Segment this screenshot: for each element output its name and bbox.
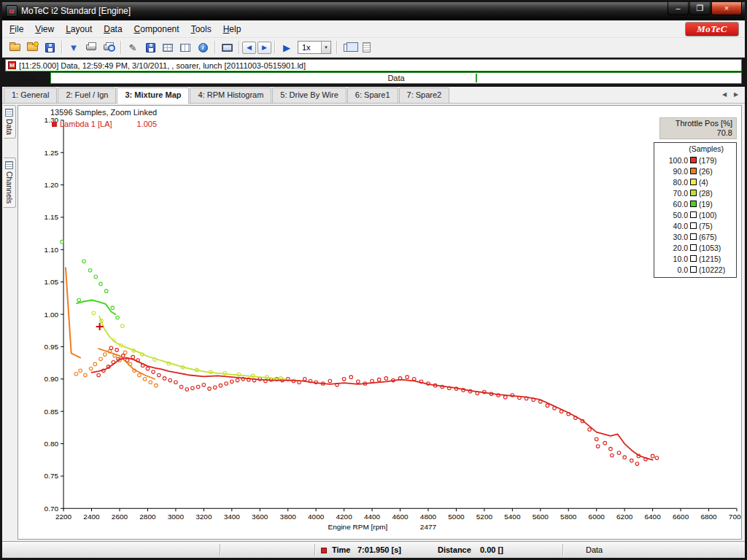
legend-row: 30.0(675) <box>657 231 734 242</box>
svg-text:7000: 7000 <box>729 513 741 521</box>
worksheet-tabs: 1: General2: Fuel / Ign3: Mixture Map4: … <box>2 87 745 104</box>
table-button[interactable] <box>160 39 176 55</box>
close-button[interactable]: × <box>711 2 742 15</box>
data-range-label: Data <box>5 72 50 84</box>
svg-text:0.85: 0.85 <box>44 408 59 416</box>
legend-color-swatch-icon <box>690 222 697 229</box>
folder-new-icon <box>27 44 38 51</box>
legend-color-swatch-icon <box>690 255 697 262</box>
report-button[interactable] <box>358 39 374 55</box>
sidebar-tab-data[interactable]: Data <box>4 105 16 139</box>
tab-4-rpm-histogram[interactable]: 4: RPM Histogram <box>190 88 271 103</box>
tab-5-drive-by-wire[interactable]: 5: Drive By Wire <box>272 88 346 103</box>
legend-color-swatch-icon <box>690 211 697 218</box>
pencil-icon: ✎ <box>129 43 137 52</box>
legend-row: 0.0(10222) <box>657 264 734 275</box>
chevron-down-icon[interactable] <box>321 42 330 53</box>
legend-color-swatch-icon <box>690 201 697 207</box>
tab-1-general[interactable]: 1: General <box>4 88 57 103</box>
menu-item-data[interactable]: Data <box>98 22 128 36</box>
svg-text:2477: 2477 <box>420 523 437 531</box>
throttle-value: 70.8 <box>664 128 732 138</box>
svg-text:0.70: 0.70 <box>44 505 59 513</box>
legend-count: (10222) <box>699 265 734 274</box>
legend-value: 70.0 <box>665 189 688 198</box>
menu-item-layout[interactable]: Layout <box>60 22 98 36</box>
minimize-button[interactable]: – <box>667 2 689 15</box>
data-file-info: [11:25.000] Data, 12:59:49 PM, 3/10/2011… <box>19 61 306 70</box>
tab-6-spare1[interactable]: 6: Spare1 <box>347 88 398 103</box>
titlebar: i2 MoTeC i2 Standard [Engine] – ❐ × <box>2 2 745 20</box>
menubar: FileViewLayoutDataComponentToolsHelp MoT… <box>2 20 745 38</box>
tab-2-fuel-ign[interactable]: 2: Fuel / Ign <box>58 88 116 103</box>
legend-value: 40.0 <box>665 222 688 230</box>
display-button[interactable] <box>219 39 235 55</box>
save-button[interactable] <box>42 39 58 55</box>
statusbar: Time 7:01.950 [s] Distance 0.00 [] Data <box>2 541 745 558</box>
menu-item-tools[interactable]: Tools <box>185 22 217 36</box>
lambda-legend[interactable]: Lambda 1 [LA] 1.005 <box>52 120 157 128</box>
menu-item-file[interactable]: File <box>4 22 29 36</box>
print-preview-button[interactable] <box>101 39 117 55</box>
svg-text:3600: 3600 <box>252 513 268 521</box>
tabs-scroll-right-button[interactable]: ▶ <box>732 90 740 99</box>
svg-text:2600: 2600 <box>112 513 128 521</box>
print-preview-icon <box>104 44 114 50</box>
export-button[interactable]: ▼ <box>66 39 82 55</box>
menu-items: FileViewLayoutDataComponentToolsHelp <box>4 22 247 36</box>
save-edit-button[interactable] <box>142 39 158 55</box>
svg-text:4000: 4000 <box>308 513 325 521</box>
edit-button[interactable]: ✎ <box>125 39 141 55</box>
info-button[interactable]: i <box>195 39 211 55</box>
svg-text:5200: 5200 <box>476 513 493 521</box>
legend-row: 10.0(1215) <box>657 253 734 264</box>
legend-value: 30.0 <box>665 233 688 241</box>
status-separator <box>314 544 315 556</box>
mixture-map-chart[interactable]: 0.700.750.800.850.900.951.001.051.101.15… <box>18 105 742 540</box>
tab-7-spare2[interactable]: 7: Spare2 <box>399 88 450 103</box>
page-icon <box>363 42 371 52</box>
menu-item-view[interactable]: View <box>29 22 60 36</box>
svg-text:0.95: 0.95 <box>44 343 59 351</box>
maximize-button[interactable]: ❐ <box>689 2 711 15</box>
window-layout-button[interactable] <box>341 39 357 55</box>
folder-open-icon <box>9 44 20 51</box>
arrow-left-icon: ◀ <box>247 44 252 51</box>
data-range-selector[interactable]: Data <box>50 72 742 84</box>
speed-value: 1x <box>298 43 321 52</box>
svg-text:5400: 5400 <box>504 513 521 521</box>
tabs-scroll-left-button[interactable]: ◀ <box>720 90 729 99</box>
legend-row: 50.0(100) <box>657 209 734 220</box>
open-button[interactable] <box>7 39 23 55</box>
menu-item-help[interactable]: Help <box>217 22 247 36</box>
next-lap-button[interactable]: ▶ <box>258 42 271 54</box>
svg-text:4800: 4800 <box>420 513 437 521</box>
speed-select[interactable]: 1x <box>298 41 331 54</box>
print-button[interactable] <box>83 39 99 55</box>
menu-item-component[interactable]: Component <box>128 22 185 36</box>
range-cursor[interactable] <box>476 74 477 82</box>
chart-plot-svg[interactable]: 0.700.750.800.850.900.951.001.051.101.15… <box>18 106 741 539</box>
legend-count: (28) <box>699 189 734 198</box>
legend-value: 90.0 <box>665 167 688 176</box>
lambda-label: Lambda 1 [LA] <box>60 120 112 128</box>
tab-3-mixture-map[interactable]: 3: Mixture Map <box>117 88 189 104</box>
svg-text:2800: 2800 <box>139 513 156 521</box>
svg-text:1.20: 1.20 <box>44 181 59 189</box>
svg-text:3200: 3200 <box>196 513 212 521</box>
sidebar-tab-channels[interactable]: Channels <box>4 158 16 207</box>
motec-logo: MoTeC <box>685 22 739 36</box>
play-button[interactable]: ▶ <box>279 39 295 55</box>
svg-text:5600: 5600 <box>533 513 549 521</box>
status-separator <box>562 544 563 556</box>
columns-button[interactable] <box>177 39 193 55</box>
new-button[interactable] <box>24 39 40 55</box>
toolbar-separator <box>336 41 337 54</box>
legend-count: (4) <box>699 178 734 187</box>
data-file-bar[interactable]: M [11:25.000] Data, 12:59:49 PM, 3/10/20… <box>5 59 742 71</box>
prev-lap-button[interactable]: ◀ <box>242 42 256 54</box>
svg-text:5000: 5000 <box>448 513 465 521</box>
legend-color-swatch-icon <box>690 244 697 251</box>
svg-text:Engine RPM [rpm]: Engine RPM [rpm] <box>328 523 388 531</box>
lambda-swatch-icon <box>52 122 57 127</box>
